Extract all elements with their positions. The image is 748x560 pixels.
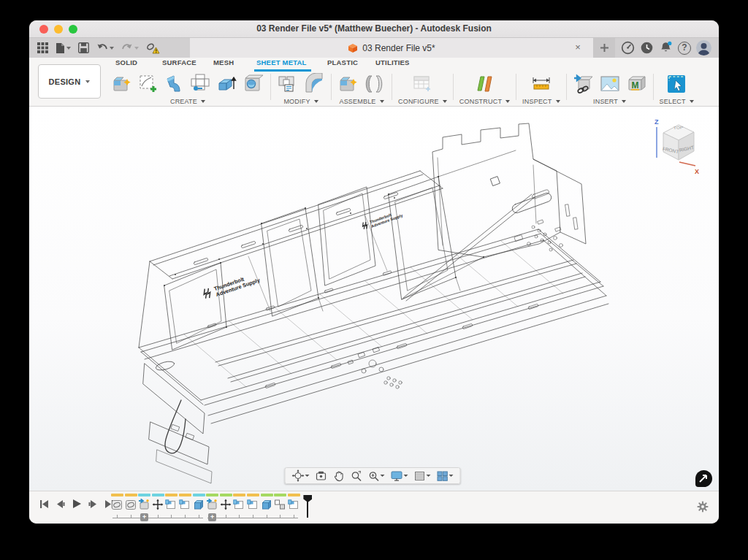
timeline-settings-gear-icon[interactable] xyxy=(697,501,709,515)
tab-mesh[interactable]: MESH xyxy=(213,58,234,70)
group-inspect: INSPECT xyxy=(516,72,565,106)
workspace-label: DESIGN xyxy=(49,77,81,86)
notifications-icon[interactable] xyxy=(659,41,673,55)
display-settings-icon[interactable] xyxy=(389,470,411,482)
timeline-tick xyxy=(253,515,253,518)
flat-pattern-icon[interactable] xyxy=(190,73,212,95)
viewcube-top-label: TOP xyxy=(673,126,684,130)
group-label-create[interactable]: CREATE xyxy=(170,98,205,105)
redo-caret-icon xyxy=(134,47,139,50)
group-select: SELECT xyxy=(654,72,700,106)
new-file-caret-icon xyxy=(66,47,71,50)
configure-icon[interactable] xyxy=(411,73,433,95)
timeline-playhead-flag[interactable] xyxy=(303,495,312,502)
timeline-tick xyxy=(267,515,267,518)
job-status-icon[interactable] xyxy=(640,41,654,55)
group-label-configure[interactable]: CONFIGURE xyxy=(398,98,447,105)
group-assemble: ASSEMBLE xyxy=(332,72,392,106)
zoom-icon[interactable] xyxy=(348,470,365,482)
workspace-selector[interactable]: DESIGN xyxy=(38,64,101,99)
insert-canvas-icon[interactable] xyxy=(599,73,621,95)
orbit-caret-icon xyxy=(305,475,310,477)
tab-utilities[interactable]: UTILITIES xyxy=(375,58,410,70)
group-label-inspect[interactable]: INSPECT xyxy=(522,98,560,105)
help-icon[interactable]: ? xyxy=(678,42,691,55)
extensions-icon[interactable] xyxy=(621,41,635,55)
select-icon[interactable] xyxy=(665,73,687,95)
viewports-caret-icon xyxy=(449,475,454,477)
step-back-button[interactable] xyxy=(56,499,65,509)
expand-group-button[interactable]: + xyxy=(208,513,216,521)
ribbon-toolbar: DESIGN SOLID SURFACE MESH SHEET METAL PL… xyxy=(29,58,719,107)
thicken-icon[interactable] xyxy=(216,73,238,95)
undo-button[interactable] xyxy=(94,40,116,56)
insert-derive-icon[interactable] xyxy=(573,73,595,95)
timeline-tick xyxy=(185,515,186,518)
group-label-construct[interactable]: CONSTRUCT xyxy=(459,98,510,105)
group-label-modify[interactable]: MODIFY xyxy=(283,98,318,105)
group-configure: CONFIGURE xyxy=(392,72,453,106)
tab-plastic[interactable]: PLASTIC xyxy=(327,58,358,70)
create-sketch-icon[interactable] xyxy=(137,73,159,95)
save-button[interactable] xyxy=(76,40,91,56)
app-grid-icon[interactable] xyxy=(35,40,50,56)
flange-icon[interactable] xyxy=(164,73,186,95)
measure-icon[interactable] xyxy=(530,73,552,95)
viewports-icon[interactable] xyxy=(435,470,456,482)
redo-button[interactable] xyxy=(119,40,141,56)
timeline-tick xyxy=(199,515,199,518)
wireframe-model: Thunderbolt Adventure Supply Thunderbolt… xyxy=(29,107,719,491)
tab-surface[interactable]: SURFACE xyxy=(162,58,196,70)
view-cube[interactable]: Z X TOP FRONT RIGHT xyxy=(649,115,703,175)
assistant-bubble[interactable] xyxy=(695,470,712,487)
orbit-icon[interactable] xyxy=(290,469,312,482)
view-navigation-bar xyxy=(285,467,461,484)
bend-icon[interactable] xyxy=(303,73,325,95)
fit-icon[interactable] xyxy=(366,470,387,482)
group-label-assemble[interactable]: ASSEMBLE xyxy=(339,98,383,105)
assemble-new-component-icon[interactable] xyxy=(337,73,359,95)
z-axis-label: Z xyxy=(654,118,659,126)
tab-sheet-metal[interactable]: SHEET METAL xyxy=(256,58,307,70)
timeline-tick xyxy=(171,515,172,518)
insert-mcmaster-icon[interactable]: M xyxy=(625,73,647,95)
tab-solid[interactable]: SOLID xyxy=(115,58,137,70)
timeline-tick xyxy=(239,515,240,518)
expand-group-button[interactable]: + xyxy=(140,513,148,521)
step-forward-button[interactable] xyxy=(88,499,98,509)
titlebar: 03 Render File v5* (Matthew Buecher) - A… xyxy=(29,20,719,38)
unfold-icon[interactable] xyxy=(277,73,299,95)
fusion-document-icon xyxy=(348,43,358,53)
play-button[interactable] xyxy=(72,499,82,509)
timeline-tick xyxy=(294,515,294,518)
document-tab[interactable]: 03 Render File v5* × xyxy=(190,38,593,58)
timeline-tick xyxy=(158,515,159,518)
go-to-start-button[interactable] xyxy=(39,499,49,509)
timeline-group-bracket xyxy=(207,518,298,518)
viewport-canvas[interactable]: Thunderbolt Adventure Supply Thunderbolt… xyxy=(29,107,719,491)
group-label-select[interactable]: SELECT xyxy=(660,98,694,105)
x-axis-label: X xyxy=(695,168,699,175)
avatar[interactable] xyxy=(696,40,711,55)
new-tab-button[interactable] xyxy=(593,38,615,58)
close-tab-button[interactable]: × xyxy=(571,41,584,54)
joint-icon[interactable] xyxy=(364,73,386,95)
window-title: 03 Render File v5* (Matthew Buecher) - A… xyxy=(29,23,719,34)
sync-warning-icon[interactable] xyxy=(144,40,162,56)
group-modify: MODIFY xyxy=(271,72,331,106)
group-label-insert[interactable]: INSERT xyxy=(593,98,626,105)
group-insert: M INSERT xyxy=(567,72,653,106)
construct-plane-icon[interactable] xyxy=(473,73,495,95)
display-caret-icon xyxy=(404,475,408,477)
pan-icon[interactable] xyxy=(331,470,347,482)
new-component-icon[interactable] xyxy=(111,73,133,95)
document-tab-label: 03 Render File v5* xyxy=(362,43,435,53)
group-create: CREATE xyxy=(105,72,270,106)
grid-settings-icon[interactable] xyxy=(412,470,433,482)
new-file-button[interactable] xyxy=(53,40,73,56)
look-at-icon[interactable] xyxy=(313,470,329,482)
timeline-tick xyxy=(280,515,280,518)
application-tabstrip: 03 Render File v5* × ? xyxy=(29,38,719,58)
hole-icon[interactable] xyxy=(243,73,264,95)
workspace-caret-icon xyxy=(85,80,90,83)
